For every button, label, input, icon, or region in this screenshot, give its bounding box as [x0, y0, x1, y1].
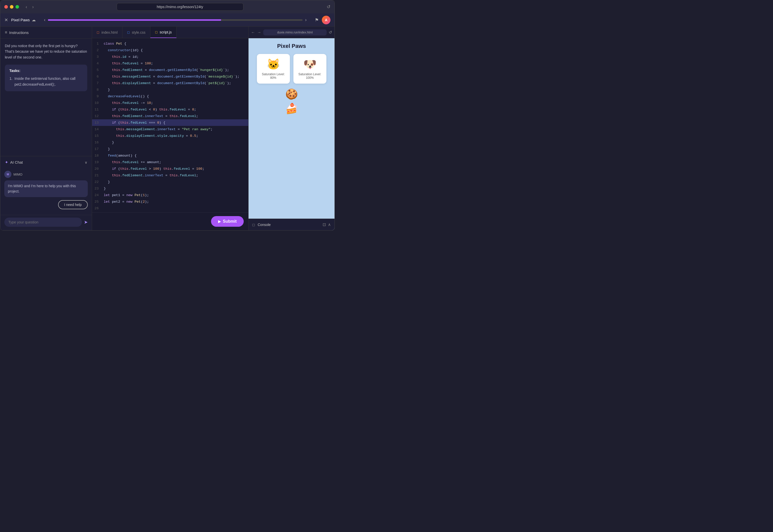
css-icon: ◻ — [127, 30, 130, 34]
console-bar: ◻ Console ⊡ ∧ — [249, 219, 335, 230]
code-editor[interactable]: 1 class Pet { 2 constructor(id) { 3 this… — [92, 38, 248, 212]
help-button[interactable]: I need help — [58, 200, 88, 209]
pet-card-2: 🐶 Saturation Level: 100% — [294, 54, 326, 84]
code-line: 26 — [92, 205, 248, 212]
pet-emoji-2: 🐶 — [303, 58, 317, 70]
header-actions: ⚑ A — [315, 16, 331, 24]
minimize-traffic-light[interactable] — [10, 5, 13, 9]
code-line: 27 function feedPet(amount) { — [92, 212, 248, 212]
code-line: 3 this.id = id; — [92, 53, 248, 60]
main-layout: ≡ Instructions Did you notice that only … — [0, 27, 335, 230]
maximize-traffic-light[interactable] — [15, 5, 19, 9]
food-cookie[interactable]: 🍪 — [285, 88, 298, 100]
progress-track — [48, 19, 303, 21]
food-items: 🍪 🍰 — [285, 88, 298, 115]
ai-chat-body: M MIMO I'm MIMO and I'm here to help you… — [0, 168, 92, 215]
editor-panel: ◻ index.html ◻ style.css ◻ script.js 1 c… — [92, 27, 248, 230]
js-icon: ◻ — [155, 30, 158, 34]
mimo-name: MIMO — [13, 173, 22, 176]
tasks-title: Tasks: — [9, 69, 83, 73]
preview-back-button[interactable]: ← — [251, 30, 255, 35]
preview-url: duxie.mimo.run/index.html — [263, 29, 327, 35]
preview-toolbar: ← → duxie.mimo.run/index.html ↺ — [249, 27, 335, 38]
code-line: 19 this.fedLevel += amount; — [92, 159, 248, 165]
chat-input[interactable] — [4, 218, 82, 227]
food-cake[interactable]: 🍰 — [285, 103, 298, 115]
flag-button[interactable]: ⚑ — [315, 17, 319, 23]
preview-forward-button[interactable]: → — [257, 30, 261, 35]
tab-style-css[interactable]: ◻ style.css — [122, 27, 150, 38]
code-line: 9 decreaseFedLevel() { — [92, 93, 248, 100]
pet-card-1: 🐱 Saturation Level: 80% — [257, 54, 290, 84]
preview-content: Pixel Paws 🐱 Saturation Level: 80% 🐶 Sat… — [249, 38, 335, 219]
instructions-icon: ≡ — [5, 30, 7, 35]
code-line: 21 this.fedElement.innerText = this.fedL… — [92, 172, 248, 179]
instructions-content: Did you notice that only the first pet i… — [0, 39, 92, 156]
code-line: 2 constructor(id) { — [92, 47, 248, 53]
code-line: 25 let pet2 = new Pet(2); — [92, 198, 248, 205]
next-lesson-button[interactable]: › — [305, 17, 307, 23]
code-line: 23 } — [92, 185, 248, 192]
pets-row: 🐱 Saturation Level: 80% 🐶 Saturation Lev… — [257, 54, 326, 84]
avatar: A — [322, 16, 331, 24]
mimo-avatar: M — [4, 171, 11, 178]
forward-button[interactable]: › — [31, 3, 35, 11]
instructions-title: Instructions — [9, 30, 29, 35]
prev-lesson-button[interactable]: ‹ — [44, 17, 45, 23]
chat-input-row: ➤ — [0, 215, 92, 230]
submit-area: ▶ Submit — [92, 212, 248, 230]
instructions-header: ≡ Instructions — [0, 27, 92, 39]
console-clear-button[interactable]: ⊡ — [323, 222, 326, 227]
mimo-badge: M MIMO — [4, 171, 88, 178]
code-line-highlighted: 13 if (this.fedLevel === 0) { — [92, 119, 248, 126]
ai-star-icon: ✦ — [5, 160, 8, 165]
code-line: 16 } — [92, 139, 248, 146]
ai-chat-header[interactable]: ✦ AI Chat ∨ — [0, 156, 92, 168]
code-line: 4 this.fedLevel = 100; — [92, 60, 248, 67]
chevron-down-icon: ∨ — [85, 160, 87, 164]
code-line: 11 if (this.fedLevel < 0) this.fedLevel … — [92, 106, 248, 113]
html-icon: ◻ — [97, 30, 99, 34]
left-panel: ≡ Instructions Did you notice that only … — [0, 27, 92, 230]
pet-saturation-2: Saturation Level: 100% — [298, 72, 322, 80]
pet-emoji-1: 🐱 — [267, 58, 280, 70]
editor-tabs: ◻ index.html ◻ style.css ◻ script.js — [92, 27, 248, 38]
title-bar: ‹ › https://mimo.org/lesson/124ty ↺ — [0, 0, 335, 13]
back-button[interactable]: ‹ — [24, 3, 29, 11]
code-line: 7 this.displayElement = document.getElem… — [92, 80, 248, 86]
code-line: 14 this.messageElement.innerText = "Pet … — [92, 126, 248, 132]
close-traffic-light[interactable] — [4, 5, 8, 9]
cloud-icon: ☁ — [32, 17, 36, 22]
code-line: 6 this.messageElement = document.getElem… — [92, 73, 248, 80]
traffic-lights — [4, 5, 19, 9]
console-actions: ⊡ ∧ — [323, 222, 331, 227]
code-line: 10 this.fedLevel -= 10; — [92, 100, 248, 106]
code-line: 22 } — [92, 179, 248, 185]
ai-chat-title: AI Chat — [10, 160, 23, 164]
project-name-label: Pixel Paws — [11, 18, 30, 22]
submit-label: Submit — [223, 219, 237, 224]
task-item-1: Inside the setInterval function, also ca… — [13, 76, 83, 87]
code-line: 5 this.fedElement = document.getElementB… — [92, 67, 248, 73]
send-button[interactable]: ➤ — [84, 219, 88, 225]
close-lesson-button[interactable]: ✕ — [4, 17, 8, 23]
preview-title: Pixel Paws — [277, 43, 306, 49]
submit-button[interactable]: ▶ Submit — [211, 216, 244, 227]
tab-index-html[interactable]: ◻ index.html — [92, 27, 122, 38]
help-btn-row: I need help — [4, 200, 88, 209]
code-line: 20 if (this.fedLevel > 100) this.fedLeve… — [92, 165, 248, 172]
app-header: ✕ Pixel Paws ☁ ‹ › ⚑ A — [0, 13, 335, 27]
ai-chat-section: ✦ AI Chat ∨ M MIMO I'm MIMO and I'm here… — [0, 156, 92, 230]
tab-script-js[interactable]: ◻ script.js — [150, 27, 176, 38]
console-expand-button[interactable]: ∧ — [328, 222, 331, 227]
address-bar[interactable]: https://mimo.org/lesson/124ty — [117, 3, 244, 11]
code-line: 15 this.displayElement.style.opacity = 0… — [92, 132, 248, 139]
code-line: 24 let pet1 = new Pet(1); — [92, 192, 248, 198]
progress-fill — [48, 19, 221, 21]
browser-nav: ‹ › — [24, 3, 35, 11]
play-icon: ▶ — [218, 219, 221, 223]
reload-button[interactable]: ↺ — [327, 4, 331, 10]
code-line: 8 } — [92, 86, 248, 93]
preview-reload-button[interactable]: ↺ — [329, 30, 332, 35]
code-line: 18 feed(amount) { — [92, 152, 248, 159]
